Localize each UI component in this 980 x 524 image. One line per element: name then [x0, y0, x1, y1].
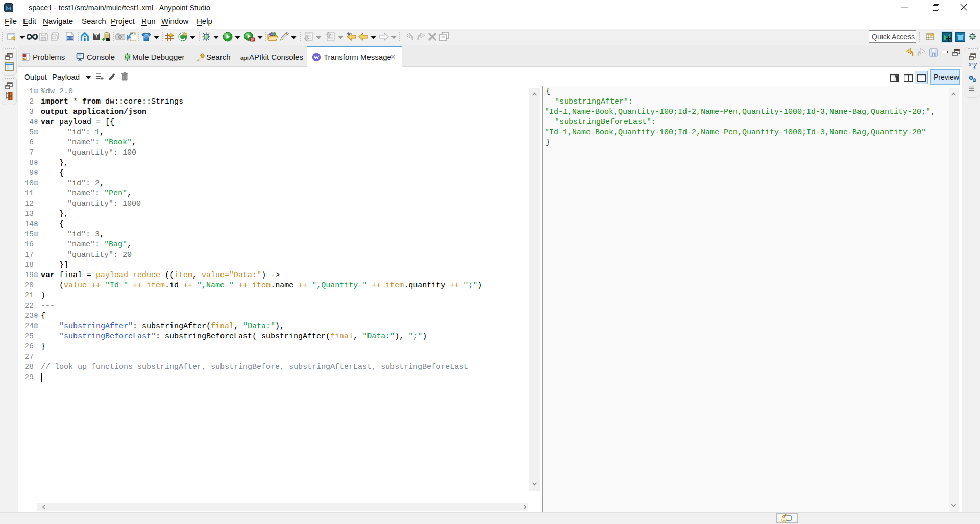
- svg-text:010: 010: [67, 36, 73, 40]
